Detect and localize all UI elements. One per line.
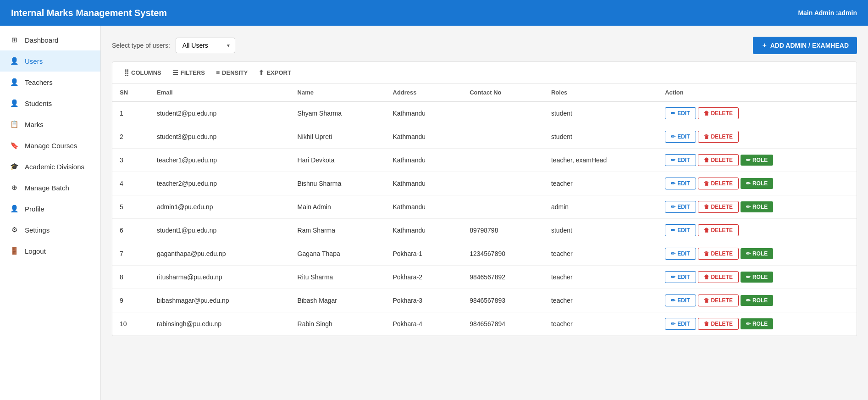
cell-roles: student [544, 219, 658, 242]
sidebar-item-manage-batch[interactable]: ⊕ Manage Batch [0, 177, 100, 198]
cell-address: Pokhara-2 [386, 266, 463, 289]
delete-button[interactable]: 🗑DELETE [698, 248, 739, 260]
sidebar-item-dashboard[interactable]: ⊞ Dashboard [0, 29, 100, 50]
add-btn-label: ADD ADMIN / EXAMHEAD [770, 42, 849, 49]
pencil-icon: ✏ [671, 274, 675, 280]
edit-button[interactable]: ✏EDIT [665, 318, 696, 330]
marks-icon: 📋 [9, 119, 19, 129]
sidebar-label-teachers: Teachers [25, 78, 53, 86]
user-type-select[interactable]: All UsersAdminTeacherStudent [176, 38, 235, 53]
action-cell: ✏EDIT🗑DELETE [658, 102, 857, 125]
delete-button[interactable]: 🗑DELETE [698, 178, 739, 189]
edit-button[interactable]: ✏EDIT [665, 131, 696, 143]
cell-name: Rabin Singh [290, 312, 386, 336]
cell-email: student3@pu.edu.np [149, 125, 290, 149]
role-button[interactable]: ✏ROLE [741, 155, 773, 166]
columns-button[interactable]: ⣿ COLUMNS [120, 67, 166, 78]
sidebar-item-manage-courses[interactable]: 🔖 Manage Courses [0, 135, 100, 156]
action-cell: ✏EDIT🗑DELETE [658, 219, 857, 242]
role-button[interactable]: ✏ROLE [741, 295, 773, 306]
col-header-name: Name [290, 83, 386, 102]
teachers-icon: 👤 [9, 77, 19, 87]
profile-icon: 👤 [9, 204, 19, 214]
delete-button[interactable]: 🗑DELETE [698, 201, 739, 213]
sidebar-item-marks[interactable]: 📋 Marks [0, 114, 100, 135]
sidebar: ⊞ Dashboard 👤 Users 👤 Teachers 👤 Student… [0, 26, 101, 400]
sidebar-item-academic-divisions[interactable]: 🎓 Academic Divisions [0, 156, 100, 177]
cell-contact-no: 9846567894 [462, 312, 544, 336]
sidebar-label-manage-batch: Manage Batch [25, 184, 69, 192]
delete-button[interactable]: 🗑DELETE [698, 271, 739, 283]
export-button[interactable]: ⬆ EXPORT [254, 67, 295, 78]
cell-email: rabinsingh@pu.edu.np [149, 312, 290, 336]
edit-button[interactable]: ✏EDIT [665, 248, 696, 260]
app-title: Internal Marks Management System [11, 8, 167, 18]
cell-sn: 2 [112, 125, 149, 149]
table-body: 1student2@pu.edu.npShyam SharmaKathmandu… [112, 102, 857, 336]
edit-button[interactable]: ✏EDIT [665, 294, 696, 306]
users-table: SNEmailNameAddressContact NoRolesAction … [112, 83, 857, 336]
add-admin-button[interactable]: ＋ ADD ADMIN / EXAMHEAD [753, 37, 857, 54]
delete-button[interactable]: 🗑DELETE [698, 318, 739, 330]
cell-name: Main Admin [290, 195, 386, 219]
cell-contact-no [462, 125, 544, 149]
table-row: 6student1@pu.edu.npRam SharmaKathmandu89… [112, 219, 857, 242]
cell-contact-no: 9846567892 [462, 266, 544, 289]
role-icon: ✏ [746, 250, 751, 257]
cell-address: Kathmandu [386, 102, 463, 125]
cell-contact-no: 9846567893 [462, 289, 544, 312]
role-button[interactable]: ✏ROLE [741, 201, 773, 212]
cell-name: Shyam Sharma [290, 102, 386, 125]
trash-icon: 🗑 [704, 250, 709, 257]
role-button[interactable]: ✏ROLE [741, 318, 773, 329]
cell-sn: 1 [112, 102, 149, 125]
edit-button[interactable]: ✏EDIT [665, 271, 696, 283]
cell-address: Pokhara-4 [386, 312, 463, 336]
role-button[interactable]: ✏ROLE [741, 248, 773, 259]
sidebar-label-users: Users [25, 57, 43, 65]
role-button[interactable]: ✏ROLE [741, 178, 773, 189]
sidebar-item-profile[interactable]: 👤 Profile [0, 198, 100, 219]
delete-button[interactable]: 🗑DELETE [698, 154, 739, 166]
cell-email: teacher2@pu.edu.np [149, 172, 290, 195]
header-user: Main Admin :admin [798, 9, 857, 17]
role-button[interactable]: ✏ROLE [741, 272, 773, 283]
table-row: 2student3@pu.edu.npNikhil UpretiKathmand… [112, 125, 857, 149]
delete-button[interactable]: 🗑DELETE [698, 224, 739, 236]
edit-button[interactable]: ✏EDIT [665, 201, 696, 213]
delete-button[interactable]: 🗑DELETE [698, 107, 739, 119]
edit-button[interactable]: ✏EDIT [665, 224, 696, 236]
pencil-icon: ✏ [671, 250, 675, 257]
cell-name: Bishnu Sharma [290, 172, 386, 195]
delete-button[interactable]: 🗑DELETE [698, 294, 739, 306]
cell-address: Kathmandu [386, 149, 463, 172]
edit-button[interactable]: ✏EDIT [665, 107, 696, 119]
role-icon: ✏ [746, 321, 751, 327]
sidebar-item-logout[interactable]: 🚪 Logout [0, 240, 100, 261]
density-button[interactable]: ≡ DENSITY [211, 67, 253, 78]
col-header-contact-no: Contact No [462, 83, 544, 102]
cell-email: gaganthapa@pu.edu.np [149, 242, 290, 266]
delete-button[interactable]: 🗑DELETE [698, 131, 739, 143]
action-cell: ✏EDIT🗑DELETE✏ROLE [658, 289, 857, 312]
cell-contact-no [462, 102, 544, 125]
table-toolbar: ⣿ COLUMNS ☰ FILTERS ≡ DENSITY ⬆ EXPORT [112, 62, 857, 83]
sidebar-item-settings[interactable]: ⚙ Settings [0, 219, 100, 240]
pencil-icon: ✏ [671, 133, 675, 140]
filters-button[interactable]: ☰ FILTERS [168, 67, 210, 78]
edit-button[interactable]: ✏EDIT [665, 154, 696, 166]
table-row: 7gaganthapa@pu.edu.npGagana ThapaPokhara… [112, 242, 857, 266]
sidebar-item-teachers[interactable]: 👤 Teachers [0, 72, 100, 93]
sidebar-label-marks: Marks [25, 121, 44, 128]
cell-email: student1@pu.edu.np [149, 219, 290, 242]
sidebar-item-students[interactable]: 👤 Students [0, 93, 100, 114]
pencil-icon: ✏ [671, 227, 675, 233]
cell-sn: 7 [112, 242, 149, 266]
edit-button[interactable]: ✏EDIT [665, 178, 696, 189]
main-content: Select type of users: All UsersAdminTeac… [101, 26, 868, 400]
table-row: 1student2@pu.edu.npShyam SharmaKathmandu… [112, 102, 857, 125]
sidebar-label-logout: Logout [25, 247, 46, 255]
cell-address: Kathmandu [386, 125, 463, 149]
trash-icon: 🗑 [704, 180, 709, 187]
sidebar-item-users[interactable]: 👤 Users [0, 50, 100, 72]
